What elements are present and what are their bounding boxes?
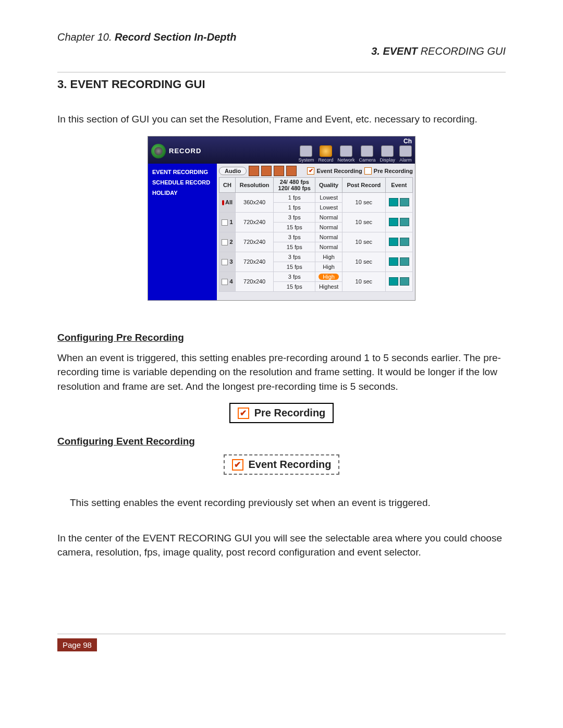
ch-cell[interactable]: All	[219, 192, 236, 212]
page-footer: Page 98	[57, 630, 506, 651]
quality-cell[interactable]: Lowest	[315, 192, 342, 202]
intro-paragraph: In this section of GUI you can set the R…	[57, 112, 506, 127]
camera-icon	[361, 145, 373, 157]
event-cell[interactable]	[385, 272, 412, 291]
col-ch: CH	[219, 177, 236, 192]
motion-event-icon	[389, 218, 398, 226]
ch-cell[interactable]: 3	[219, 252, 236, 272]
pre-recording-checkbox[interactable]: ✔ Pre Recording	[364, 167, 413, 175]
event-cell[interactable]	[385, 232, 412, 252]
record-reel-icon	[151, 144, 166, 158]
chapter-header: Chapter 10. Record Section In-Depth	[57, 31, 506, 43]
post-cell[interactable]: 10 sec	[342, 232, 385, 252]
col-event: Event	[385, 177, 412, 192]
quality-cell[interactable]: High	[315, 252, 342, 262]
motion-event-icon	[389, 277, 398, 286]
motion-event-icon	[389, 238, 398, 246]
sensor-event-icon	[400, 238, 409, 246]
sidebar-item-event-recording[interactable]: EVENT RECORDING	[151, 167, 214, 177]
post-cell[interactable]: 10 sec	[342, 212, 385, 232]
menu-alarm[interactable]: Alarm	[399, 145, 412, 163]
quality-cell[interactable]: Normal	[315, 212, 342, 222]
ch-cell[interactable]: 1	[219, 212, 236, 232]
ch-checkbox-icon	[222, 279, 228, 285]
display-icon	[381, 145, 394, 157]
resolution-cell[interactable]: 720x240	[235, 232, 273, 252]
resolution-cell[interactable]: 720x240	[235, 212, 273, 232]
fps-cell[interactable]: 15 fps	[274, 262, 315, 272]
audio-label[interactable]: Audio	[219, 167, 247, 175]
event-recording-paragraph-2: In the center of the EVENT RECORING GUI …	[57, 531, 506, 560]
menu-display[interactable]: Display	[380, 145, 395, 163]
menu-system[interactable]: System	[298, 145, 314, 163]
audio-slot-1-icon[interactable]	[249, 166, 259, 176]
event-cell[interactable]	[385, 192, 412, 212]
event-recording-checkbox[interactable]: ✔ Event Recording	[307, 167, 362, 175]
network-icon	[340, 145, 352, 157]
audio-slot-4-icon[interactable]	[286, 166, 297, 176]
quality-cell[interactable]: High	[315, 272, 342, 281]
resolution-cell[interactable]: 720x240	[235, 272, 273, 291]
menu-network[interactable]: Network	[337, 145, 354, 163]
resolution-cell[interactable]: 720x240	[235, 252, 273, 272]
menu-record[interactable]: Record	[318, 145, 333, 163]
table-row: 3 720x240 3 fps High 10 sec	[219, 252, 413, 262]
sidebar-item-holiday[interactable]: HOLIDAY	[151, 188, 214, 198]
record-gui-screenshot: Ch RECORD System Record Network Camera D…	[148, 136, 415, 301]
recording-table: CH Resolution 24/ 480 fps 120/ 480 fps Q…	[219, 177, 413, 292]
quality-cell[interactable]: Highest	[315, 281, 342, 291]
pre-recording-fig-label: Pre Recording	[254, 407, 326, 419]
sidebar-item-schedule-record[interactable]: SCHEDULE RECORD	[151, 177, 214, 188]
fps-cell[interactable]: 3 fps	[274, 232, 315, 242]
ch-checkbox-icon	[222, 239, 228, 245]
checkbox-checked-icon: ✔	[232, 459, 243, 471]
table-row: 2 720x240 3 fps Normal 10 sec	[219, 232, 413, 242]
quality-cell[interactable]: Normal	[315, 222, 342, 232]
audio-slot-3-icon[interactable]	[274, 166, 284, 176]
menu-camera[interactable]: Camera	[359, 145, 375, 163]
fps-cell[interactable]: 15 fps	[274, 242, 315, 252]
checkbox-checked-icon: ✔	[238, 408, 249, 419]
fps-cell[interactable]: 15 fps	[274, 281, 315, 291]
event-cell[interactable]	[385, 212, 412, 232]
table-row: 1 720x240 3 fps Normal 10 sec	[219, 212, 413, 222]
sensor-event-icon	[400, 198, 409, 206]
post-cell[interactable]: 10 sec	[342, 192, 385, 212]
top-rule	[57, 72, 506, 72]
event-recording-figure: ✔ Event Recording	[224, 454, 340, 475]
section-heading: 3. EVENT RECORDING GUI	[57, 78, 506, 91]
fps-cell[interactable]: 15 fps	[274, 222, 315, 232]
fps-cell[interactable]: 3 fps	[274, 252, 315, 262]
event-recording-fig-label: Event Recording	[249, 459, 332, 471]
quality-cell[interactable]: Normal	[315, 232, 342, 242]
system-icon	[300, 145, 312, 157]
col-quality: Quality	[315, 177, 342, 192]
ch-checkbox-icon	[222, 259, 228, 265]
quality-cell[interactable]: Normal	[315, 242, 342, 252]
quality-cell[interactable]: High	[315, 262, 342, 272]
sensor-event-icon	[400, 257, 409, 266]
fps-cell[interactable]: 3 fps	[274, 272, 315, 281]
event-recording-label: Event Recording	[316, 168, 362, 174]
table-row: 4 720x240 3 fps High 10 sec	[219, 272, 413, 281]
quality-cell[interactable]: Lowest	[315, 202, 342, 212]
top-menu: System Record Network Camera Display Ala…	[298, 145, 412, 163]
audio-slot-2-icon[interactable]	[261, 166, 272, 176]
fps-cell[interactable]: 3 fps	[274, 212, 315, 222]
col-post: Post Record	[342, 177, 385, 192]
record-icon	[320, 145, 332, 157]
post-cell[interactable]: 10 sec	[342, 272, 385, 291]
alarm-icon	[399, 145, 412, 157]
all-tag-icon	[222, 200, 224, 205]
fps-cell[interactable]: 1 fps	[274, 202, 315, 212]
event-cell[interactable]	[385, 252, 412, 272]
ch-cell[interactable]: 2	[219, 232, 236, 252]
header-rest: RECORDING GUI	[418, 45, 506, 57]
motion-event-icon	[389, 198, 398, 206]
event-recording-heading: Configuring Event Recording	[57, 436, 506, 447]
fps-cell[interactable]: 1 fps	[274, 192, 315, 202]
ch-cell[interactable]: 4	[219, 272, 236, 291]
post-cell[interactable]: 10 sec	[342, 252, 385, 272]
ch-corner-label: Ch	[403, 138, 412, 145]
resolution-cell[interactable]: 360x240	[235, 192, 273, 212]
